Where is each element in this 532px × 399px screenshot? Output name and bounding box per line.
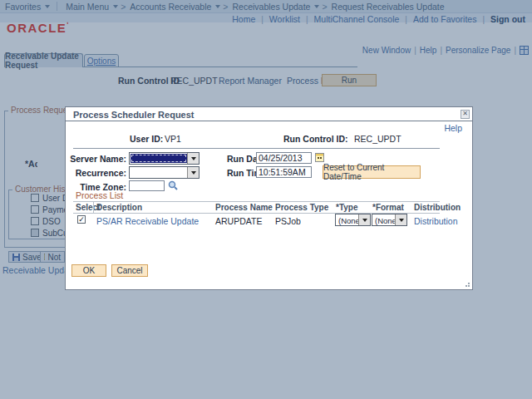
calendar-icon[interactable] xyxy=(315,153,324,162)
run-time-input[interactable] xyxy=(256,166,312,178)
column-header-process-type: Process Type xyxy=(275,204,328,212)
chevron-down-icon xyxy=(399,219,404,222)
server-name-select[interactable] xyxy=(129,152,200,165)
process-description-link[interactable]: PS/AR Receivable Update xyxy=(96,217,199,226)
column-header-distribution: Distribution xyxy=(414,204,461,212)
lookup-magnifier-icon[interactable] xyxy=(168,180,178,190)
ok-button[interactable]: OK xyxy=(71,264,106,277)
server-name-label: Server Name: xyxy=(66,155,126,164)
format-select[interactable]: (None) xyxy=(372,214,407,226)
process-list-title: Process List xyxy=(76,191,123,200)
recurrence-label: Recurrence: xyxy=(66,169,126,178)
close-icon[interactable]: ✕ xyxy=(461,110,470,119)
process-select-checkbox[interactable]: ✓ xyxy=(77,215,86,224)
column-header-description: Description xyxy=(96,204,142,212)
time-zone-input[interactable] xyxy=(129,180,165,191)
type-select[interactable]: (None) xyxy=(335,214,371,226)
dropdown-button[interactable] xyxy=(358,214,370,225)
divider xyxy=(73,201,440,202)
process-scheduler-request-dialog: Process Scheduler Request ✕ Help User ID… xyxy=(65,106,473,290)
dropdown-button[interactable] xyxy=(395,214,406,225)
user-id-value: VP1 xyxy=(165,135,181,144)
run-date-input[interactable] xyxy=(256,152,312,164)
column-header-type: *Type xyxy=(336,204,358,212)
dropdown-button[interactable] xyxy=(187,167,199,178)
dialog-run-control-id-label: Run Control ID: xyxy=(283,135,348,144)
column-header-process-name: Process Name xyxy=(215,204,273,212)
distribution-link[interactable]: Distribution xyxy=(414,217,458,226)
chevron-down-icon xyxy=(191,171,196,175)
dialog-run-control-id-value: REC_UPDT xyxy=(354,135,401,144)
process-name-value: ARUPDATE xyxy=(215,217,262,226)
application-window: Favorites Main Menu > Accounts Receivabl… xyxy=(0,0,532,399)
dropdown-button[interactable] xyxy=(187,153,199,164)
selected-option-highlight xyxy=(131,154,187,163)
process-type-value: PSJob xyxy=(275,217,301,226)
chevron-down-icon xyxy=(362,219,367,222)
resize-grip[interactable] xyxy=(464,281,470,287)
recurrence-select[interactable] xyxy=(129,166,200,179)
dialog-help-link[interactable]: Help xyxy=(444,124,462,133)
reset-datetime-button[interactable]: Reset to Current Date/Time xyxy=(323,165,421,179)
column-header-format: *Format xyxy=(372,204,404,212)
chevron-down-icon xyxy=(191,157,196,160)
dialog-title: Process Scheduler Request xyxy=(73,111,195,120)
user-id-label: User ID: xyxy=(130,135,163,144)
divider xyxy=(93,201,94,213)
divider xyxy=(73,148,440,149)
cancel-button[interactable]: Cancel xyxy=(111,264,148,277)
